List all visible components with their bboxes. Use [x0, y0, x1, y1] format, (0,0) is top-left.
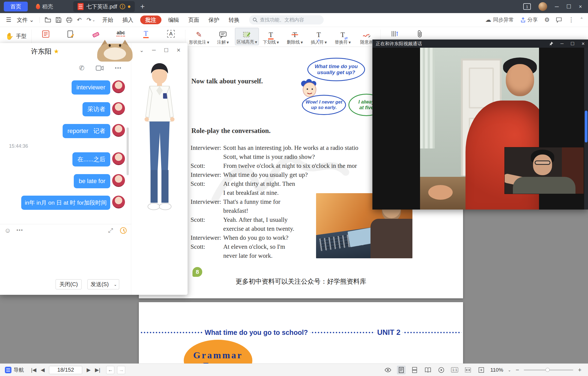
fit-width-button[interactable]	[464, 366, 472, 374]
more-actions-icon[interactable]: •••	[115, 65, 122, 71]
video-close-icon[interactable]: ×	[581, 41, 585, 47]
view-back-button[interactable]: ←	[106, 366, 114, 374]
page-indicator-input[interactable]	[49, 366, 82, 374]
tool-replace[interactable]: T 替换符▾	[331, 28, 355, 45]
send-options-dropdown[interactable]: ⌄	[112, 279, 119, 289]
zoom-out-button[interactable]: −	[516, 366, 519, 374]
tool-shape-annotation[interactable]: ✎ 形状批注▾	[187, 28, 211, 45]
print-button[interactable]	[64, 17, 75, 23]
area-select-button[interactable]: A	[158, 27, 183, 38]
menu-start[interactable]: 开始	[98, 13, 118, 27]
contact-avatar[interactable]	[112, 174, 125, 187]
tab-home[interactable]: 首页	[4, 2, 28, 11]
video-minimize-icon[interactable]: ─	[561, 41, 564, 46]
contact-avatar[interactable]	[112, 102, 125, 115]
chat-input-area[interactable]	[0, 236, 131, 277]
tool-note[interactable]: 注解▾	[211, 28, 235, 45]
navigation-label[interactable]: 导航	[14, 366, 24, 374]
last-page-button[interactable]: ▶|	[95, 367, 100, 373]
save-button[interactable]	[53, 17, 64, 23]
search-box[interactable]	[249, 15, 324, 25]
chat-close-button[interactable]: 关闭(C)	[56, 279, 82, 289]
tab-docer[interactable]: 稻壳	[32, 2, 57, 11]
chat-close-icon[interactable]: ×	[177, 46, 180, 54]
menu-protect[interactable]: 保护	[204, 13, 224, 27]
chat-bubble[interactable]: 在......之后	[72, 152, 110, 166]
text-format-button[interactable]	[382, 27, 407, 38]
video-maximize-icon[interactable]: ☐	[571, 41, 574, 46]
video-window-scrollbar[interactable]	[584, 48, 588, 210]
zoom-slider-thumb[interactable]	[546, 368, 550, 372]
chat-bubble[interactable]: in年 in月 on 日 at 时 for加段时间	[21, 196, 110, 210]
expand-input-icon[interactable]: ⤢	[108, 227, 113, 234]
emoji-icon[interactable]: ☺	[4, 227, 11, 234]
sync-status[interactable]: ☁同步异常	[485, 16, 514, 23]
autoplay-button[interactable]	[437, 366, 446, 374]
collapse-pane-icon[interactable]: ⌄	[140, 47, 144, 53]
highlight-text-button[interactable]: T	[133, 27, 158, 37]
annotation-mode-button[interactable]	[33, 27, 58, 38]
user-avatar[interactable]	[538, 2, 547, 11]
hand-tool-button[interactable]: ✋手型	[5, 32, 26, 40]
main-menu-icon[interactable]: ☰	[0, 16, 14, 23]
contact-avatar[interactable]	[112, 124, 125, 137]
window-count-badge[interactable]: 1	[523, 3, 531, 10]
comment-icon[interactable]	[556, 17, 562, 23]
tool-underline[interactable]: T 下划线▾	[259, 28, 283, 45]
tool-area-highlight-active[interactable]: 区域高亮▾	[235, 28, 259, 45]
view-forward-button[interactable]: →	[117, 366, 125, 374]
prev-page-button[interactable]: ◀	[41, 367, 45, 373]
video-call-icon[interactable]	[96, 65, 103, 71]
attachment-button[interactable]	[407, 27, 432, 38]
chat-minimize-icon[interactable]: ─	[152, 47, 155, 53]
maximize-button[interactable]: ☐	[566, 3, 571, 10]
menu-insert[interactable]: 插入	[118, 13, 138, 27]
eye-protect-icon[interactable]	[384, 366, 392, 374]
contact-avatar[interactable]	[112, 152, 125, 165]
video-call-titlebar[interactable]: 正在和许东阳视频通话 ─ ☐ ×	[372, 40, 588, 48]
settings-gear-icon[interactable]: ⚙	[544, 16, 550, 23]
eraser-button[interactable]	[83, 27, 108, 38]
share-button[interactable]: 分享	[520, 16, 538, 23]
menu-edit[interactable]: 编辑	[164, 13, 184, 27]
chat-bubble[interactable]: be late for	[74, 174, 110, 188]
zoom-in-button[interactable]: +	[578, 366, 581, 374]
chat-bubble[interactable]: reporter 记者	[63, 124, 110, 138]
collapse-ribbon-icon[interactable]: ˆ	[581, 17, 583, 23]
single-page-view-button[interactable]	[397, 366, 406, 374]
zoom-dropdown-icon[interactable]: ⌄	[508, 368, 511, 372]
new-tab-button[interactable]: +	[140, 2, 145, 11]
navigation-icon[interactable]	[5, 367, 11, 373]
zoom-slider[interactable]	[524, 369, 573, 371]
tab-document[interactable]: 七下英语.pdf !	[73, 1, 135, 12]
next-page-button[interactable]: ▶	[87, 367, 91, 373]
chat-scrollbar[interactable]	[127, 128, 129, 175]
close-button[interactable]: ×	[579, 4, 582, 10]
message-history-icon[interactable]	[120, 227, 127, 234]
annotation-manage-button[interactable]	[58, 27, 83, 38]
fit-page-button[interactable]	[477, 366, 486, 374]
menu-annotate-active[interactable]: 批注	[140, 16, 161, 24]
more-vertical-icon[interactable]: ⋮	[568, 16, 574, 23]
scrollbar-thumb[interactable]	[585, 111, 587, 142]
redo-button[interactable]: ↷⌄	[84, 17, 98, 23]
contact-avatar[interactable]	[112, 80, 125, 93]
tool-insert-caret[interactable]: T 插入符▾	[307, 28, 331, 45]
sync-warning-icon[interactable]: !	[120, 4, 125, 9]
minimize-button[interactable]: ─	[555, 4, 559, 10]
self-video-preview[interactable]	[504, 147, 584, 194]
chat-send-button[interactable]: 发送(S)	[87, 279, 112, 289]
search-input[interactable]	[260, 17, 317, 23]
actual-size-button[interactable]: 1:1	[450, 366, 459, 374]
file-menu[interactable]: 文件⌄	[14, 16, 37, 24]
first-page-button[interactable]: |◀	[31, 367, 36, 373]
more-input-tools-icon[interactable]: •••	[17, 228, 23, 233]
tool-strikethrough[interactable]: T 删除线▾	[283, 28, 307, 45]
spellcheck-button[interactable]: abc	[108, 27, 133, 37]
pin-icon[interactable]	[549, 41, 553, 46]
zoom-level[interactable]: 110%	[490, 367, 503, 373]
menu-page[interactable]: 页面	[184, 13, 204, 27]
contact-avatar[interactable]	[112, 196, 125, 208]
voice-call-icon[interactable]: ✆	[79, 64, 84, 72]
chat-bubble[interactable]: 采访者	[82, 102, 110, 116]
